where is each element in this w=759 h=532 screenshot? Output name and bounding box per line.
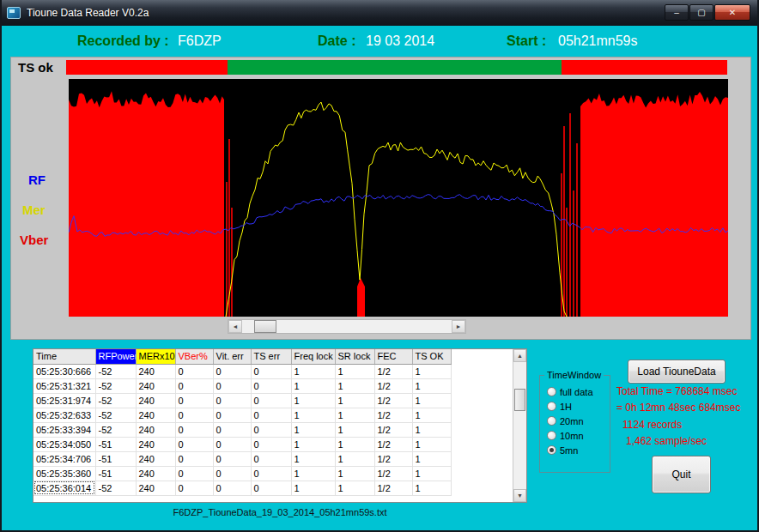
radio-option-5mn[interactable]: 5mn [540, 443, 610, 457]
table-cell[interactable]: 1 [291, 364, 335, 378]
table-row[interactable]: 05:25:35:360-51240000111/21 [33, 466, 451, 481]
table-row[interactable]: 05:25:34:706-51240000111/21 [33, 451, 451, 466]
table-cell[interactable]: -51 [95, 466, 136, 481]
table-cell[interactable]: -52 [95, 408, 136, 422]
table-cell[interactable]: 1 [335, 364, 374, 378]
table-cell[interactable]: 0 [251, 378, 291, 393]
table-vertical-scrollbar[interactable]: ▲ ▼ [513, 349, 526, 502]
table-cell[interactable]: 05:25:36:014 [33, 481, 95, 495]
table-cell[interactable]: 0 [213, 481, 251, 495]
scroll-up-icon[interactable]: ▲ [513, 349, 526, 362]
table-cell[interactable]: 1 [412, 437, 451, 451]
table-row[interactable]: 05:25:32:633-52240000111/21 [33, 408, 451, 422]
table-cell[interactable]: 0 [213, 364, 251, 378]
table-cell[interactable]: 1 [412, 466, 451, 481]
chart-horizontal-scrollbar[interactable]: ◄ ► [228, 319, 466, 334]
table-cell[interactable]: 1 [335, 422, 374, 437]
table-cell[interactable]: 0 [213, 437, 251, 451]
table-cell[interactable]: 1/2 [374, 481, 412, 495]
table-cell[interactable]: 1 [412, 364, 451, 378]
table-row[interactable]: 05:25:30:666-52240000111/21 [33, 364, 451, 378]
table-cell[interactable]: 1 [412, 451, 451, 466]
table-cell[interactable]: 1 [335, 466, 374, 481]
table-cell[interactable]: 240 [136, 437, 175, 451]
table-cell[interactable]: 0 [175, 364, 213, 378]
table-cell[interactable]: 1 [291, 451, 335, 466]
table-cell[interactable]: 1 [412, 393, 451, 408]
quit-button[interactable]: Quit [652, 456, 711, 493]
table-cell[interactable]: 0 [251, 422, 291, 437]
table-cell[interactable]: 1/2 [374, 437, 412, 451]
minimize-button[interactable]: – [665, 4, 689, 21]
table-cell[interactable]: 240 [136, 451, 175, 466]
scroll-left-icon[interactable]: ◄ [228, 320, 242, 333]
table-cell[interactable]: 0 [175, 393, 213, 408]
table-cell[interactable]: 0 [175, 437, 213, 451]
table-cell[interactable]: 1 [335, 451, 374, 466]
table-cell[interactable]: 1 [335, 378, 374, 393]
table-cell[interactable]: 0 [175, 466, 213, 481]
table-cell[interactable]: 1 [335, 393, 374, 408]
table-cell[interactable]: 1 [335, 408, 374, 422]
table-cell[interactable]: -52 [95, 364, 136, 378]
table-cell[interactable]: 1/2 [374, 422, 412, 437]
table-cell[interactable]: 0 [213, 451, 251, 466]
table-cell[interactable]: 1 [291, 466, 335, 481]
table-cell[interactable]: 05:25:35:360 [33, 466, 95, 481]
table-cell[interactable]: 0 [251, 466, 291, 481]
table-cell[interactable]: 240 [136, 393, 175, 408]
table-cell[interactable]: 1 [291, 393, 335, 408]
table-cell[interactable]: 240 [136, 466, 175, 481]
table-cell[interactable]: 240 [136, 378, 175, 393]
hscroll-track[interactable] [242, 320, 452, 333]
table-cell[interactable]: 1/2 [374, 466, 412, 481]
table-cell[interactable]: 0 [251, 408, 291, 422]
table-cell[interactable]: 0 [251, 481, 291, 495]
maximize-button[interactable]: ▢ [689, 4, 713, 21]
table-row[interactable]: 05:25:36:014-52240000111/21 [33, 481, 451, 495]
radio-option-10mn[interactable]: 10mn [540, 428, 610, 443]
table-cell[interactable]: 0 [251, 437, 291, 451]
table-cell[interactable]: 1 [412, 481, 451, 495]
radio-option-full-data[interactable]: full data [540, 384, 610, 399]
table-cell[interactable]: 0 [251, 451, 291, 466]
radio-icon[interactable] [547, 387, 556, 396]
table-cell[interactable]: -52 [95, 393, 136, 408]
table-cell[interactable]: 0 [175, 481, 213, 495]
table-cell[interactable]: 05:25:34:706 [33, 451, 95, 466]
table-cell[interactable]: -51 [95, 451, 136, 466]
table-cell[interactable]: 05:25:34:050 [33, 437, 95, 451]
table-row[interactable]: 05:25:34:050-51240000111/21 [33, 437, 451, 451]
table-cell[interactable]: 240 [136, 364, 175, 378]
table-cell[interactable]: 05:25:31:974 [33, 393, 95, 408]
table-cell[interactable]: 05:25:32:633 [33, 408, 95, 422]
table-cell[interactable]: 1/2 [374, 364, 412, 378]
table-cell[interactable]: 240 [136, 408, 175, 422]
radio-icon[interactable] [547, 416, 556, 426]
scroll-right-icon[interactable]: ► [452, 320, 465, 333]
table-cell[interactable]: 0 [213, 422, 251, 437]
table-cell[interactable]: 1 [412, 422, 451, 437]
radio-option-20mn[interactable]: 20mn [540, 414, 610, 428]
table-cell[interactable]: 1/2 [374, 378, 412, 393]
table-cell[interactable]: 1/2 [374, 451, 412, 466]
table-cell[interactable]: 1 [335, 481, 374, 495]
table-cell[interactable]: 0 [175, 422, 213, 437]
table-cell[interactable]: 05:25:33:394 [33, 422, 95, 437]
scroll-down-icon[interactable]: ▼ [513, 489, 526, 502]
table-cell[interactable]: 0 [251, 393, 291, 408]
titlebar[interactable]: Tioune Data Reader V0.2a – ▢ ✕ [2, 0, 757, 26]
table-cell[interactable]: 0 [175, 451, 213, 466]
table-cell[interactable]: 240 [136, 422, 175, 437]
table-cell[interactable]: 1 [291, 437, 335, 451]
vscroll-thumb[interactable] [514, 389, 525, 411]
table-cell[interactable]: 0 [213, 466, 251, 481]
table-cell[interactable]: -52 [95, 378, 136, 393]
table-cell[interactable]: 1/2 [374, 408, 412, 422]
table-cell[interactable]: 1 [335, 437, 374, 451]
radio-option-1H[interactable]: 1H [540, 399, 610, 414]
table-cell[interactable]: 1 [291, 422, 335, 437]
load-tiounedata-button[interactable]: Load TiouneData [628, 360, 726, 384]
table-cell[interactable]: 1 [412, 408, 451, 422]
table-cell[interactable]: -52 [95, 481, 136, 495]
